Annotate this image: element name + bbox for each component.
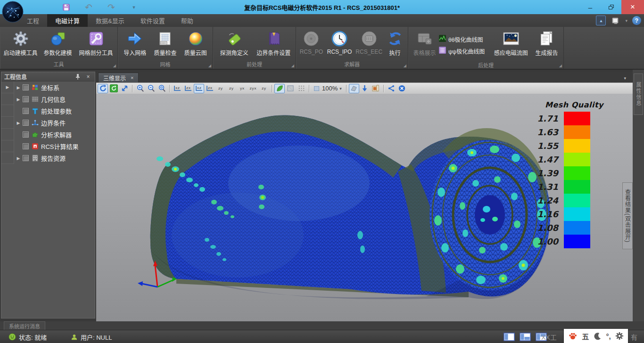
- expand-arrow-icon[interactable]: ▶: [14, 156, 23, 161]
- tab-em-compute[interactable]: 电磁计算: [47, 14, 88, 27]
- row-selector[interactable]: [1, 129, 14, 140]
- pin-icon[interactable]: [74, 73, 82, 81]
- expand-arrow-icon[interactable]: ▶: [14, 97, 23, 102]
- zoom-out-button[interactable]: [146, 84, 156, 93]
- tree-checkbox[interactable]: [23, 120, 29, 126]
- group-dialog-launcher-icon[interactable]: ◢: [559, 64, 562, 68]
- display-style-caret-icon[interactable]: ▾: [625, 18, 627, 23]
- tree-checkbox[interactable]: [23, 96, 29, 102]
- restore-button[interactable]: [601, 0, 621, 14]
- row-selector[interactable]: [1, 140, 14, 152]
- property-info-tab[interactable]: 属性信息: [634, 74, 643, 115]
- rcs-eec-button[interactable]: RCS_EEC: [354, 28, 384, 55]
- view-orientation-button[interactable]: zyx: [248, 84, 258, 93]
- induced-current-map-button[interactable]: 感应电磁流图: [490, 28, 532, 57]
- rcs-po-button[interactable]: RCS_PO: [298, 28, 325, 55]
- layout-split-icon[interactable]: [520, 333, 531, 341]
- ime-paw-icon[interactable]: [568, 331, 578, 341]
- table-display-button[interactable]: 表格展示: [410, 28, 439, 57]
- tree-item-report-resources[interactable]: ▶ 报告资源: [1, 152, 95, 164]
- tab-data-display[interactable]: 数据&显示: [88, 14, 132, 27]
- view-orientation-button[interactable]: xz: [194, 84, 204, 93]
- tree-checkbox[interactable]: [23, 143, 29, 149]
- row-selector[interactable]: [1, 105, 14, 117]
- tab-list-dropdown-icon[interactable]: ▾: [624, 76, 626, 81]
- expand-arrow-icon[interactable]: ▶: [14, 85, 23, 90]
- quality-cloud-button[interactable]: 质量云图: [181, 28, 211, 57]
- close-panel-icon[interactable]: ×: [84, 73, 92, 81]
- tree-item-coordinate-system[interactable]: ▶ ▶ 坐标系: [1, 82, 95, 93]
- minimize-button[interactable]: –: [580, 0, 601, 14]
- row-selector[interactable]: ▶: [1, 82, 14, 93]
- 3d-canvas[interactable]: Mesh Quality 1.71 1.63 1.55 1.47: [96, 94, 633, 321]
- pan-view-button[interactable]: [119, 84, 130, 93]
- tree-item-boundary-conditions[interactable]: ▶ 边界条件: [1, 117, 95, 129]
- generate-report-button[interactable]: 生成报告: [532, 28, 561, 57]
- layout-left-icon[interactable]: [504, 333, 515, 341]
- row-selector[interactable]: [1, 93, 14, 105]
- detect-angle-button[interactable]: 探测角定义: [215, 28, 254, 57]
- ime-wubi-indicator[interactable]: 五: [582, 331, 589, 341]
- quality-check-button[interactable]: 质量检查: [150, 28, 180, 57]
- zoom-in-button[interactable]: [135, 84, 145, 93]
- execute-button[interactable]: 执行: [384, 28, 406, 57]
- view-orientation-button[interactable]: zx: [183, 84, 193, 93]
- section-down-button[interactable]: [360, 84, 370, 93]
- parametric-modeling-button[interactable]: 参数化建模: [39, 28, 76, 57]
- ime-punctuation-indicator[interactable]: °,: [606, 332, 611, 340]
- app-logo-icon[interactable]: [2, 1, 24, 23]
- row-selector[interactable]: [1, 117, 14, 129]
- import-mesh-button[interactable]: 导入网格: [120, 28, 150, 57]
- wireframe-button[interactable]: [296, 84, 306, 93]
- qat-dropdown-icon[interactable]: ▾: [128, 1, 140, 13]
- flat-shading-button[interactable]: [285, 84, 296, 93]
- collapse-ribbon-icon[interactable]: ▴: [596, 16, 606, 25]
- close-tab-icon[interactable]: ×: [131, 75, 133, 81]
- backface-toggle-button[interactable]: [349, 84, 359, 93]
- tree-item-geometry-info[interactable]: ▶ 几何信息: [1, 93, 95, 105]
- ime-settings-gear-icon[interactable]: [615, 332, 624, 340]
- help-icon[interactable]: ?: [632, 16, 641, 25]
- theta-polar-curve-button[interactable]: θθ极化曲线图: [439, 35, 490, 44]
- view-orientation-button[interactable]: zy: [226, 84, 237, 93]
- mesh-partition-tool-button[interactable]: 网格剖分工具: [76, 28, 116, 57]
- expand-arrow-icon[interactable]: ▶: [14, 121, 23, 125]
- display-style-icon[interactable]: [611, 16, 620, 25]
- tab-settings[interactable]: 软件设置: [132, 14, 173, 27]
- launch-modeling-tool-button[interactable]: 启动建模工具: [2, 28, 39, 57]
- boundary-condition-button[interactable]: 边界条件设置: [254, 28, 294, 57]
- group-dialog-launcher-icon[interactable]: ◢: [291, 64, 294, 68]
- tree-item-solver[interactable]: 分析求解器: [1, 129, 95, 140]
- rcs-ipo-button[interactable]: RCS_IPO: [325, 28, 355, 55]
- slides-button[interactable]: [371, 84, 381, 93]
- zoom-caret-icon[interactable]: ▾: [339, 86, 342, 91]
- row-selector[interactable]: [1, 152, 14, 164]
- tree-item-rcs-results[interactable]: RCS计算结果: [1, 140, 95, 152]
- tree-checkbox[interactable]: [23, 84, 29, 90]
- share-flow-button[interactable]: [386, 84, 396, 93]
- group-dialog-launcher-icon[interactable]: ◢: [404, 64, 406, 68]
- group-dialog-launcher-icon[interactable]: ◢: [113, 64, 116, 68]
- viewport-tab-3d[interactable]: 三维显示 ×: [98, 73, 139, 82]
- tab-help[interactable]: 帮助: [173, 14, 201, 27]
- group-dialog-launcher-icon[interactable]: ◢: [208, 64, 211, 68]
- view-orientation-button[interactable]: xz: [172, 84, 182, 93]
- system-messages-tab[interactable]: 系统运行消息: [4, 321, 45, 330]
- close-circle-button[interactable]: [397, 84, 407, 93]
- view-orientation-button[interactable]: yx: [237, 84, 248, 93]
- tree-checkbox[interactable]: [23, 108, 29, 114]
- view-results-tab[interactable]: 查看结果(双击展开): [622, 182, 633, 249]
- save-icon[interactable]: [60, 1, 72, 13]
- view-orientation-button[interactable]: zy: [215, 84, 226, 93]
- view-orientation-button[interactable]: zx: [205, 84, 215, 93]
- undo-icon[interactable]: ↶: [83, 1, 94, 13]
- psi-polar-curve-button[interactable]: ψψ极化曲线图: [439, 47, 490, 56]
- tree-checkbox[interactable]: [23, 155, 29, 161]
- rotate-view-button[interactable]: [98, 84, 108, 93]
- view-orientation-button[interactable]: zy: [259, 84, 269, 93]
- zoom-level-combo[interactable]: 100% ▾: [312, 85, 344, 92]
- close-button[interactable]: ×: [621, 0, 644, 14]
- spin-view-button[interactable]: [108, 84, 119, 93]
- ime-halfwidth-moon-icon[interactable]: [594, 332, 602, 340]
- redo-icon[interactable]: ↷: [106, 1, 117, 13]
